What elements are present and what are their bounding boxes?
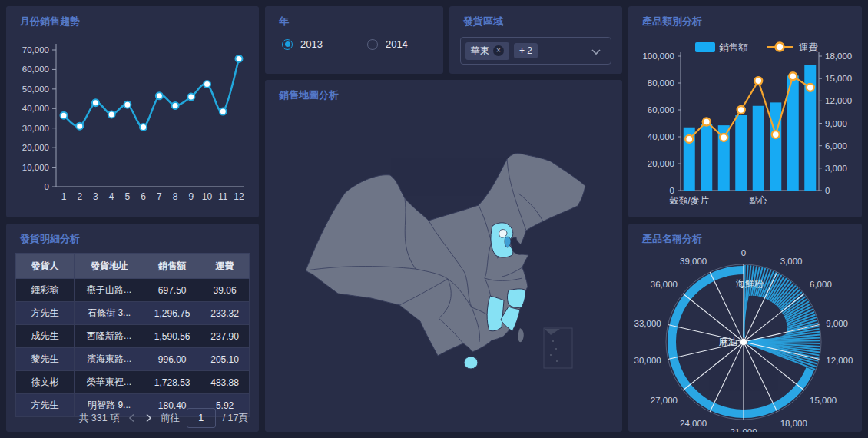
svg-text:70,000: 70,000 [22,45,49,55]
table-row: 黎先生濱海東路...996.00205.10 [16,348,250,371]
svg-text:33,000: 33,000 [634,319,661,328]
radio-label-2014: 2014 [386,38,408,50]
province-zhejiang-highlight[interactable] [508,289,525,307]
table-cell: 1,590.56 [144,325,200,348]
column-header: 發貨人 [16,254,75,279]
panel-product-name-analysis: 產品名稱分析 03,0006,0009,00012,00015,00018,00… [628,224,862,432]
radio-year-2014[interactable]: 2014 [367,38,408,50]
svg-text:21,000: 21,000 [730,427,757,432]
svg-text:50,000: 50,000 [22,85,49,94]
svg-text:100,000: 100,000 [642,51,674,61]
table-cell: 1,296.75 [144,302,200,325]
svg-text:海鮮粉: 海鮮粉 [736,278,764,289]
table-cell: 徐文彬 [16,371,75,394]
svg-text:2: 2 [77,191,82,202]
table-cell: 39.06 [200,279,250,302]
next-page-button[interactable] [144,413,154,423]
chevron-right-icon [145,413,152,423]
svg-text:30,000: 30,000 [22,124,49,133]
province-beijing-highlight[interactable] [499,230,507,238]
chevron-down-icon [591,48,601,55]
table-row: 成先生西隆新路...1,590.56237.90 [16,325,250,348]
total-items-label: 共 331 項 [79,412,120,425]
svg-text:9,000: 9,000 [825,119,847,128]
region-filter-title: 發貨區域 [463,15,503,28]
svg-text:27,000: 27,000 [651,396,678,405]
table-cell: 方先生 [16,394,75,417]
table-cell: 燕子山路... [75,279,144,302]
svg-text:15,000: 15,000 [825,74,852,83]
column-header: 發貨地址 [75,254,144,279]
svg-text:6,000: 6,000 [810,280,832,289]
column-header: 銷售額 [144,254,200,279]
svg-text:4: 4 [109,191,114,202]
panel-year-filter: 年 2013 2014 [265,6,443,74]
year-filter-title: 年 [279,15,289,28]
svg-text:運費: 運費 [799,42,818,53]
product-name-polar-chart: 03,0006,0009,00012,00015,00018,00021,000… [628,247,862,432]
shipping-table: 發貨人發貨地址銷售額運費 鍾彩瑜燕子山路...697.5039.06方先生石條街… [15,253,250,417]
goto-label: 前往 [161,412,180,425]
svg-text:60,000: 60,000 [648,105,674,114]
shipping-table-title: 發貨明細分析 [20,232,80,246]
province-hainan-highlight[interactable] [464,357,478,369]
svg-text:點心: 點心 [749,195,767,206]
category-chart-title: 產品類別分析 [642,15,702,28]
remove-tag-icon[interactable]: × [493,45,504,56]
table-row: 鍾彩瑜燕子山路...697.5039.06 [16,279,250,302]
svg-text:30,000: 30,000 [634,356,661,365]
table-cell: 233.32 [200,302,250,325]
svg-text:15,000: 15,000 [810,396,837,405]
region-tag: 華東 × [465,42,509,60]
svg-text:39,000: 39,000 [680,257,707,266]
svg-text:12: 12 [234,191,244,202]
panel-category-analysis: 產品類別分析 銷售額運費100,00080,00060,00040,00020,… [628,6,862,217]
panel-shipping-details: 發貨明細分析 發貨人發貨地址銷售額運費 鍾彩瑜燕子山路...697.5039.0… [6,224,259,432]
svg-text:0: 0 [670,186,674,195]
category-bar-line-chart: 銷售額運費100,00080,00060,00040,00020,000018,… [628,29,862,217]
svg-text:18,000: 18,000 [825,51,852,61]
table-cell: 1,728.53 [144,371,200,394]
prev-page-button[interactable] [127,413,137,423]
china-mainland-shape [306,153,585,356]
svg-text:24,000: 24,000 [680,419,707,428]
radio-selected-icon [282,39,293,50]
svg-text:40,000: 40,000 [22,104,49,113]
svg-text:10: 10 [202,191,213,202]
region-multiselect[interactable]: 華東 × + 2 [460,37,611,65]
svg-text:3,000: 3,000 [780,257,803,266]
svg-text:6,000: 6,000 [825,141,847,151]
china-sales-map[interactable] [265,80,622,432]
south-china-sea-inset [544,328,572,368]
table-cell: 西隆新路... [75,325,144,348]
radio-label-2013: 2013 [300,38,323,50]
year-radio-group: 2013 2014 [282,38,408,50]
province-jiangxi-highlight[interactable] [487,296,504,331]
svg-text:20,000: 20,000 [22,143,49,152]
table-row: 方先生石條街 3...1,296.75233.32 [16,302,250,325]
svg-text:12,000: 12,000 [826,356,853,365]
monthly-sales-line-chart: 70,00060,00050,00040,00030,00020,00010,0… [6,31,259,215]
radio-year-2013[interactable]: 2013 [282,38,323,50]
table-cell: 石條街 3... [75,302,144,325]
svg-text:9: 9 [188,191,194,202]
svg-text:1: 1 [61,191,67,202]
shipping-table-wrap: 發貨人發貨地址銷售額運費 鍾彩瑜燕子山路...697.5039.06方先生石條街… [15,253,250,417]
page-number-input[interactable] [187,408,216,428]
svg-text:18,000: 18,000 [780,419,807,428]
column-header: 運費 [200,254,250,279]
table-cell: 鍾彩瑜 [16,279,75,302]
table-cell: 697.50 [144,279,200,302]
svg-text:3: 3 [93,191,98,202]
svg-text:3,000: 3,000 [825,164,847,173]
svg-text:穀類/麥片: 穀類/麥片 [670,195,709,206]
panel-monthly-sales-trend: 月份銷售趨勢 70,00060,00050,00040,00030,00020,… [6,6,259,217]
more-regions-badge[interactable]: + 2 [514,43,538,58]
svg-text:5: 5 [125,191,131,202]
svg-text:銷售額: 銷售額 [719,42,748,53]
dashboard: 月份銷售趨勢 70,00060,00050,00040,00030,00020,… [0,0,868,438]
svg-text:0: 0 [741,248,746,257]
svg-text:36,000: 36,000 [651,280,678,289]
region-tag-label: 華東 [471,45,489,58]
table-row: 徐文彬榮華東裡...1,728.53483.88 [16,371,250,394]
